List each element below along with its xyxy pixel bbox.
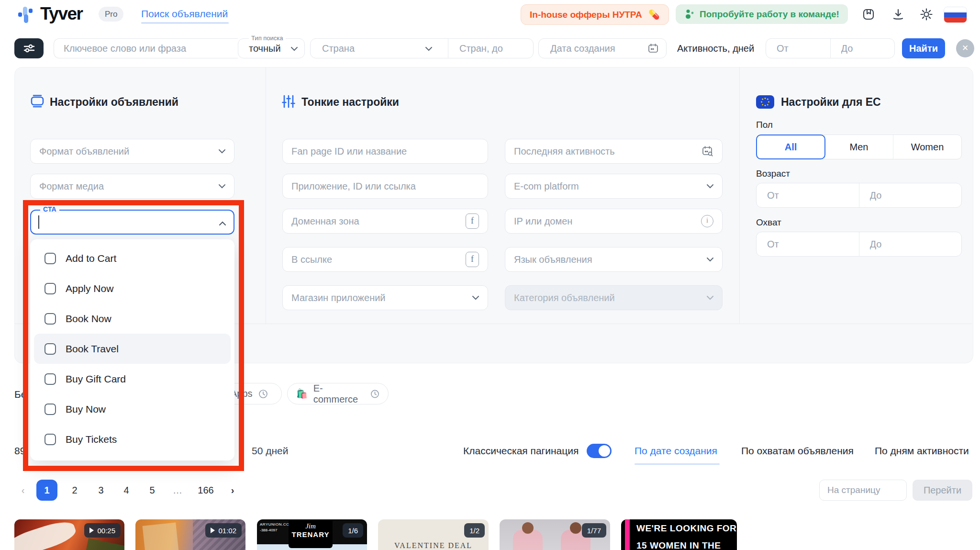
gender-option-women[interactable]: Women: [893, 135, 961, 159]
slide-count-badge: 1/2: [464, 523, 485, 538]
team-promo-button[interactable]: Попробуйте работу в команде!: [676, 4, 848, 24]
sort-tab-by-date[interactable]: По дате создания: [635, 445, 717, 457]
checkbox[interactable]: [45, 253, 56, 264]
activity-from-input[interactable]: [766, 39, 830, 58]
reach-from-input[interactable]: [757, 232, 859, 256]
eu-settings-title: Настройки для ЕС: [781, 96, 881, 109]
gender-option-all-active[interactable]: All: [756, 135, 825, 159]
app-store-select[interactable]: Магазин приложений: [282, 285, 488, 310]
cta-option[interactable]: Buy Now: [34, 394, 231, 424]
cta-option[interactable]: Call Now: [34, 454, 231, 460]
go-to-page-button[interactable]: Перейти: [913, 480, 972, 501]
cta-option[interactable]: Buy Tickets: [34, 424, 231, 454]
app-root: Tyver Pro Поиск объявлений In-house оффе…: [0, 0, 980, 550]
facebook-icon: f: [466, 252, 479, 267]
cta-option[interactable]: Book Now: [34, 303, 231, 334]
media-format-select[interactable]: Формат медиа: [30, 174, 234, 199]
country-select[interactable]: Страна: [322, 43, 355, 54]
in-link-input[interactable]: В ссылке f: [282, 247, 488, 272]
reach-to-input[interactable]: [859, 232, 962, 256]
checkbox[interactable]: [45, 404, 56, 415]
ads-settings-title: Настройки объявлений: [50, 96, 178, 109]
per-page-input[interactable]: [819, 480, 907, 501]
ecom-platform-select[interactable]: E-com platform: [505, 174, 723, 199]
country-to-input[interactable]: Стран, до: [459, 43, 503, 54]
pagination-page-4[interactable]: 4: [116, 480, 137, 501]
ad-card[interactable]: ARYUNION.COM -388-4097 Jim TRENARY 1/6: [257, 519, 367, 550]
covered-text-fragment: Бе: [14, 389, 26, 400]
classic-pagination-toggle[interactable]: [587, 444, 612, 458]
checkbox[interactable]: [45, 343, 56, 355]
collections-icon[interactable]: [861, 7, 876, 23]
gender-option-men[interactable]: Men: [824, 135, 893, 159]
settings-gear-icon[interactable]: [919, 7, 934, 23]
card-headline-line1: WE'RE LOOKING FOR: [636, 523, 736, 534]
sort-tab-by-activity[interactable]: По дням активности: [875, 445, 969, 457]
fanpage-input[interactable]: Fan page ID или название: [282, 139, 488, 164]
search-type-select[interactable]: Тип поиска точный: [238, 38, 305, 58]
ad-card[interactable]: 00:25: [14, 519, 124, 550]
ad-category-select-disabled: Категория объявлений: [505, 285, 723, 310]
ad-card[interactable]: WE'RE LOOKING FOR 15 WOMEN IN THE: [621, 519, 737, 550]
created-date-field[interactable]: Дата создания: [538, 38, 667, 58]
ad-card[interactable]: 1/77: [500, 519, 610, 550]
card-logo: Jim TRENARY: [289, 520, 333, 548]
cta-option-hovered[interactable]: Book Travel: [34, 334, 231, 364]
age-to-input[interactable]: [859, 183, 962, 207]
play-icon: [89, 528, 94, 533]
logo-wordmark[interactable]: Tyver: [40, 4, 83, 24]
age-from-input[interactable]: [757, 183, 859, 207]
checkbox[interactable]: [45, 283, 56, 294]
download-icon[interactable]: [891, 7, 905, 23]
facebook-icon: f: [466, 213, 479, 229]
pagination-page-2[interactable]: 2: [64, 480, 85, 501]
fine-settings-icon: [281, 94, 296, 111]
inhouse-offers-button[interactable]: In-house офферы НУТРА 💊: [521, 4, 669, 25]
ad-language-select[interactable]: Язык объявления: [505, 247, 723, 272]
cta-dropdown: Add to Cart Apply Now Book Now Book Trav…: [30, 239, 234, 460]
checkbox[interactable]: [45, 313, 56, 325]
slide-count-badge: 1/6: [343, 523, 363, 538]
nav-search-ads[interactable]: Поиск объявлений: [141, 8, 228, 20]
sliders-icon: [22, 41, 36, 56]
chevron-down-icon: [472, 296, 479, 300]
pagination-page-5[interactable]: 5: [142, 480, 163, 501]
last-activity-field[interactable]: Последняя активность: [505, 139, 723, 164]
age-range-group: [756, 183, 962, 208]
cta-select-input[interactable]: [30, 210, 234, 235]
tyver-logo-icon[interactable]: [17, 6, 36, 24]
activity-to-input[interactable]: [831, 39, 895, 58]
app-id-input[interactable]: Приложение, ID или ссылка: [282, 174, 488, 199]
language-flag-russia[interactable]: [944, 7, 967, 23]
domain-zone-input[interactable]: Доменная зона f: [282, 209, 488, 234]
ad-card[interactable]: VALENTINE DEAL 1/2: [378, 519, 489, 550]
pagination-next-button[interactable]: ›: [225, 480, 240, 501]
ad-card[interactable]: 01:02: [135, 519, 245, 550]
tag-ecommerce[interactable]: 🛍️ E-commerce: [287, 383, 389, 404]
ad-format-select[interactable]: Формат объявлений: [30, 139, 234, 164]
shopping-bags-emoji-icon: 🛍️: [296, 388, 308, 399]
nav-active-underline: [141, 22, 229, 23]
sort-tab-by-reach[interactable]: По охватам объявления: [741, 445, 854, 457]
pagination-page-1-active[interactable]: 1: [36, 480, 57, 501]
cta-field-label: CTA: [40, 205, 59, 213]
pagination-page-166[interactable]: 166: [191, 480, 220, 501]
reach-range-group: [756, 232, 962, 257]
advanced-filters-button[interactable]: [14, 38, 44, 58]
pagination-page-3[interactable]: 3: [90, 480, 111, 501]
keyword-input[interactable]: [54, 38, 238, 58]
checkbox[interactable]: [45, 434, 56, 445]
pagination-prev-button[interactable]: ‹: [12, 480, 33, 501]
clear-filters-button[interactable]: ✕: [956, 39, 974, 57]
cta-option[interactable]: Apply Now: [34, 273, 231, 303]
search-type-label: Тип поиска: [249, 34, 286, 42]
media-format-placeholder: Формат медиа: [39, 181, 214, 192]
calendar-icon: [648, 43, 658, 54]
cta-option[interactable]: Add to Cart: [34, 243, 231, 273]
video-duration-badge: 00:25: [84, 523, 121, 538]
checkbox[interactable]: [45, 373, 56, 385]
ip-domain-input[interactable]: IP или домен i: [505, 209, 723, 234]
cta-option[interactable]: Buy Gift Card: [34, 364, 231, 394]
card-person-shape: [570, 522, 581, 534]
find-button[interactable]: Найти: [902, 38, 945, 58]
